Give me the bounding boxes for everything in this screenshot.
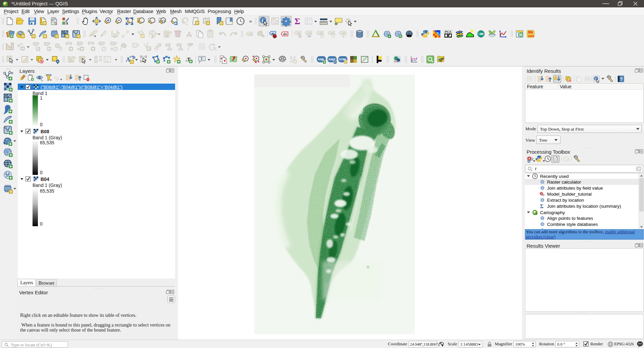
svg-text:Extract by location: Extract by location xyxy=(547,198,584,203)
svg-text:NN: NN xyxy=(528,31,533,34)
svg-text:1:1: 1:1 xyxy=(161,19,165,22)
svg-text:a: a xyxy=(66,20,68,26)
svg-text:Σ: Σ xyxy=(540,203,543,209)
svg-text:Recently used: Recently used xyxy=(540,174,569,179)
svg-text:ε: ε xyxy=(54,75,56,80)
svg-text:WxS: WxS xyxy=(394,60,398,62)
svg-text:Join: Join xyxy=(528,34,534,38)
svg-text:Join attributes by field value: Join attributes by field value xyxy=(547,186,603,191)
svg-text:abc: abc xyxy=(283,32,287,36)
svg-text:Model_builder_tutorial: Model_builder_tutorial xyxy=(547,192,592,197)
svg-text:Align points to features: Align points to features xyxy=(547,216,593,221)
svg-text:i: i xyxy=(595,77,596,81)
svg-text:Cartography: Cartography xyxy=(540,210,565,215)
svg-text:Join attributes by location (s: Join attributes by location (summary) xyxy=(547,204,621,209)
svg-text:T: T xyxy=(201,56,203,61)
svg-text:»: » xyxy=(249,18,252,24)
svg-text:?: ? xyxy=(620,77,623,82)
svg-text:Combine style databases: Combine style databases xyxy=(547,222,598,227)
svg-text:Create categorized renderer fr: Create categorized renderer from styles xyxy=(547,228,627,229)
svg-text:PCA: PCA xyxy=(445,30,452,34)
svg-text:X,Y: X,Y xyxy=(290,56,296,60)
svg-text:Raster calculator: Raster calculator xyxy=(547,180,581,185)
svg-text:Σ: Σ xyxy=(294,16,300,26)
